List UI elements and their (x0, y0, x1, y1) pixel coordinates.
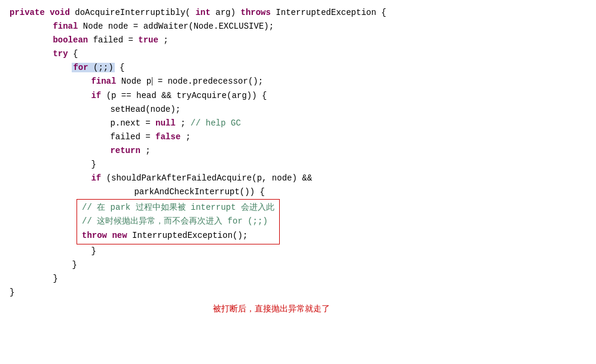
code-line-12: } (10, 158, 586, 172)
boxed-comment-block: // 在 park 过程中如果被 interrupt 会进入此 // 这时候抛出… (77, 199, 280, 244)
code-line-2: final Node node = addWaiter(Node.EXCLUSI… (10, 20, 586, 33)
comment-throw-not-loop: // 这时候抛出异常，而不会再次进入 for (;;) (82, 216, 268, 226)
keyword-for: for (73, 63, 88, 72)
keyword-true: true (138, 35, 158, 45)
keyword-private: private (10, 8, 45, 17)
keyword-throw: throw (82, 231, 107, 240)
code-line-7: if (p == head && tryAcquire(arg)) { (10, 89, 586, 103)
code-line-6: final Node p = node.predecessor(); (10, 75, 586, 88)
keyword-null-1: null (155, 118, 176, 128)
keyword-throws: throws (241, 8, 271, 17)
code-line-1: private void doAcquireInterruptibly( int… (10, 6, 586, 20)
code-line-11: return ; (10, 144, 586, 158)
keyword-new: new (112, 231, 127, 240)
code-line-close-try: } (10, 272, 586, 286)
boxed-line-1: // 在 park 过程中如果被 interrupt 会进入此 (82, 201, 274, 215)
code-line-14: parkAndCheckInterrupt()) { (10, 185, 586, 199)
keyword-final-1: final (53, 22, 78, 31)
code-line-4: try { (10, 47, 586, 61)
code-line-5: for (;;) { (10, 61, 586, 75)
code-line-8: setHead(node); (10, 103, 586, 117)
for-highlight: for (;;) (72, 63, 114, 72)
keyword-final-2: final (91, 77, 116, 86)
code-line-10: failed = false ; (10, 130, 586, 144)
code-line-close-for: } (10, 258, 586, 272)
keyword-if-2: if (91, 173, 101, 183)
code-line-close-method: } (10, 286, 586, 299)
keyword-boolean: boolean (53, 35, 88, 45)
boxed-line-3: throw new InterruptedException(); (82, 229, 274, 243)
code-line-close-if: } (10, 244, 586, 258)
comment-park-interrupt: // 在 park 过程中如果被 interrupt 会进入此 (82, 203, 274, 212)
boxed-line-2: // 这时候抛出异常，而不会再次进入 for (;;) (82, 215, 274, 228)
keyword-return: return (110, 146, 140, 155)
code-line-9: p.next = null ; // help GC (10, 117, 586, 130)
keyword-false: false (155, 132, 181, 142)
code-line-3: boolean failed = true ; (10, 33, 586, 47)
keyword-int: int (195, 8, 210, 17)
keyword-try: try (53, 49, 68, 59)
keyword-if-1: if (91, 91, 101, 100)
annotation-text: 被打断后，直接抛出异常就走了 (213, 302, 586, 316)
comment-help-gc: // help GC (191, 118, 241, 128)
code-line-13: if (shouldParkAfterFailedAcquire(p, node… (10, 172, 586, 185)
code-block: private void doAcquireInterruptibly( int… (10, 6, 586, 316)
keyword-void: void (50, 8, 70, 17)
